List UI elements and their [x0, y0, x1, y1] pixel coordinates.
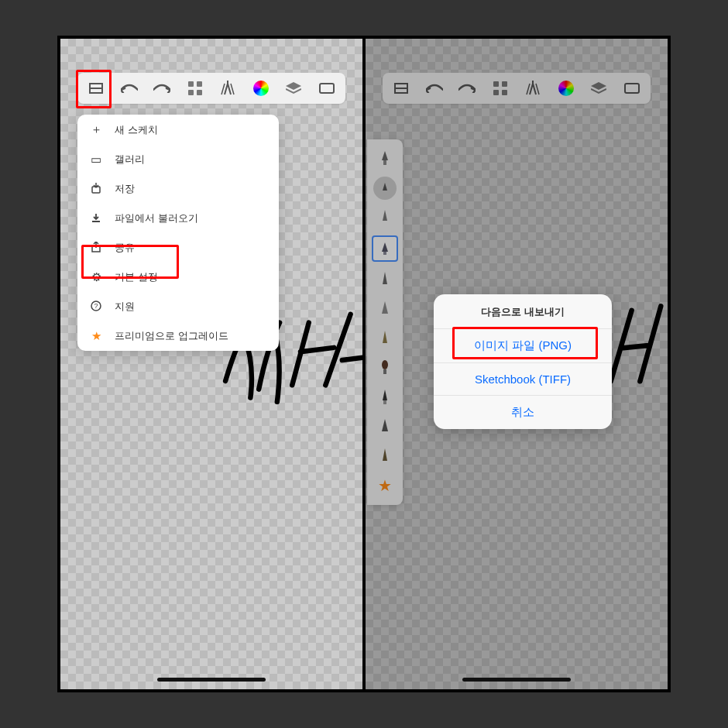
menu-label: 프리미엄으로 업그레이드: [115, 329, 228, 343]
svg-rect-6: [197, 81, 202, 87]
undo-icon[interactable]: [118, 77, 140, 99]
help-icon: ?: [88, 300, 104, 314]
menu-upgrade[interactable]: ★ 프리미엄으로 업그레이드: [77, 321, 279, 351]
grid-icon[interactable]: [184, 77, 206, 99]
menu-save[interactable]: 저장: [77, 174, 279, 204]
menu-label: 갤러리: [115, 153, 145, 167]
menu-new-sketch[interactable]: ＋ 새 스케치: [77, 115, 279, 145]
svg-rect-5: [188, 81, 194, 87]
cancel-button[interactable]: 취소: [434, 395, 612, 429]
color-wheel-icon[interactable]: [250, 77, 272, 99]
svg-rect-9: [320, 84, 334, 93]
fullscreen-icon[interactable]: [316, 77, 338, 99]
menu-label: 지원: [115, 300, 135, 314]
menu-label: 공유: [115, 241, 135, 255]
menu-import[interactable]: 파일에서 불러오기: [77, 204, 279, 233]
svg-rect-1: [89, 88, 103, 89]
svg-rect-3: [89, 83, 91, 94]
gallery-icon: ▭: [88, 153, 104, 167]
menu-label: 저장: [115, 182, 135, 196]
menu-support[interactable]: ? 지원: [77, 292, 279, 321]
export-action-sheet: 다음으로 내보내기 이미지 파일 (PNG) Sketchbook (TIFF)…: [434, 294, 612, 429]
svg-rect-7: [188, 90, 194, 95]
main-menu: ＋ 새 스케치 ▭ 갤러리 저장 파일에서 불러오기: [77, 115, 279, 351]
svg-rect-8: [197, 90, 202, 95]
svg-rect-4: [101, 83, 103, 94]
svg-rect-0: [89, 83, 103, 84]
right-phone: ★ 다음으로 내보내기 이미지 파일 (PNG) Sketchbook (TIF…: [362, 39, 668, 689]
import-icon: [88, 212, 104, 225]
layers-icon[interactable]: [283, 77, 304, 99]
star-icon: ★: [88, 329, 104, 343]
gear-icon: ⚙: [88, 270, 104, 284]
redo-icon[interactable]: [151, 77, 173, 99]
left-phone: ＋ 새 스케치 ▭ 갤러리 저장 파일에서 불러오기: [60, 39, 362, 689]
svg-rect-2: [89, 92, 103, 94]
top-toolbar: [77, 73, 345, 104]
home-indicator: [462, 678, 571, 682]
share-icon: [88, 242, 104, 255]
export-png-button[interactable]: 이미지 파일 (PNG): [434, 328, 612, 362]
menu-gallery[interactable]: ▭ 갤러리: [77, 145, 279, 174]
menu-icon[interactable]: [85, 77, 107, 99]
home-indicator: [157, 678, 266, 682]
menu-settings[interactable]: ⚙ 기본 설정: [77, 263, 279, 292]
svg-text:?: ?: [94, 302, 98, 310]
menu-label: 기본 설정: [115, 270, 158, 284]
plus-icon: ＋: [88, 122, 104, 137]
export-tiff-button[interactable]: Sketchbook (TIFF): [434, 362, 612, 395]
menu-share[interactable]: 공유: [77, 233, 279, 263]
action-sheet-title: 다음으로 내보내기: [434, 294, 612, 328]
save-icon: [88, 183, 104, 196]
pen-icon[interactable]: [217, 77, 239, 99]
menu-label: 파일에서 불러오기: [115, 211, 198, 225]
dual-phone-container: ＋ 새 스케치 ▭ 갤러리 저장 파일에서 불러오기: [57, 36, 671, 692]
menu-label: 새 스케치: [115, 123, 158, 137]
